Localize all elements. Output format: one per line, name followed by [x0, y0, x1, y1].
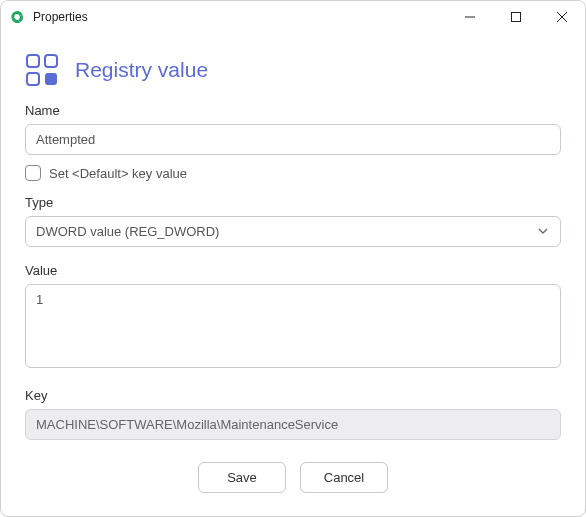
- app-icon: [9, 9, 25, 25]
- default-key-checkbox[interactable]: [25, 165, 41, 181]
- value-label: Value: [25, 263, 561, 278]
- minimize-button[interactable]: [447, 1, 493, 33]
- maximize-button[interactable]: [493, 1, 539, 33]
- content-area: Registry value Name Set <Default> key va…: [1, 33, 585, 517]
- registry-icon: [25, 53, 59, 87]
- svg-rect-1: [512, 13, 521, 22]
- svg-rect-6: [27, 73, 39, 85]
- type-select[interactable]: DWORD value (REG_DWORD): [25, 216, 561, 247]
- titlebar: Properties: [1, 1, 585, 33]
- key-label: Key: [25, 388, 561, 403]
- name-input[interactable]: [25, 124, 561, 155]
- key-display: MACHINE\SOFTWARE\Mozilla\MaintenanceServ…: [25, 409, 561, 440]
- window-title: Properties: [33, 10, 447, 24]
- type-label: Type: [25, 195, 561, 210]
- default-key-label: Set <Default> key value: [49, 166, 187, 181]
- default-key-row: Set <Default> key value: [25, 165, 561, 181]
- svg-rect-7: [45, 73, 57, 85]
- close-button[interactable]: [539, 1, 585, 33]
- dialog-header: Registry value: [25, 53, 561, 87]
- window-controls: [447, 1, 585, 33]
- button-row: Save Cancel: [25, 462, 561, 493]
- value-input[interactable]: 1: [25, 284, 561, 368]
- dialog-title: Registry value: [75, 58, 208, 82]
- name-label: Name: [25, 103, 561, 118]
- svg-rect-5: [45, 55, 57, 67]
- svg-rect-4: [27, 55, 39, 67]
- save-button[interactable]: Save: [198, 462, 286, 493]
- cancel-button[interactable]: Cancel: [300, 462, 388, 493]
